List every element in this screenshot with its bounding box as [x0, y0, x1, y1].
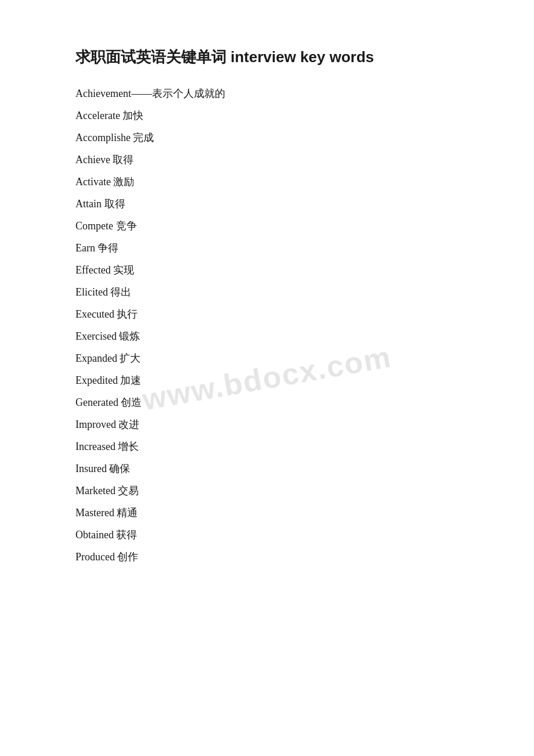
english-word: Exercised	[75, 330, 119, 342]
list-item: Insured 确保	[75, 463, 476, 474]
list-item: Accelerate 加快	[75, 110, 476, 121]
list-item: Activate 激励	[75, 177, 476, 187]
chinese-translation: 锻炼	[119, 330, 140, 342]
list-item: Produced 创作	[75, 552, 476, 562]
english-word: Achieve	[75, 154, 113, 165]
english-word: Produced	[75, 551, 117, 563]
english-word: Executed	[75, 308, 117, 320]
english-word: Obtained	[75, 529, 116, 541]
english-word: Marketed	[75, 485, 118, 496]
list-item: Expanded 扩大	[75, 353, 476, 363]
list-item: Increased 增长	[75, 441, 476, 452]
chinese-translation: 扩大	[120, 352, 140, 364]
list-item: Generated 创造	[75, 397, 476, 408]
list-item: Expedited 加速	[75, 375, 476, 386]
english-word: Elicited	[75, 286, 110, 298]
chinese-translation: 取得	[104, 198, 125, 210]
english-word: Expedited	[75, 375, 120, 386]
english-word: Effected	[75, 264, 113, 276]
chinese-translation: 创作	[117, 551, 138, 563]
list-item: Mastered 精通	[75, 507, 476, 518]
chinese-translation: 创造	[121, 397, 142, 408]
list-item: Accomplishe 完成	[75, 132, 476, 143]
chinese-translation: 竞争	[116, 220, 137, 232]
english-word: Generated	[75, 397, 121, 408]
chinese-translation: 加快	[122, 110, 143, 121]
english-word: Accomplishe	[75, 132, 133, 143]
chinese-translation: 激励	[113, 176, 134, 188]
chinese-translation: 实现	[113, 264, 134, 276]
chinese-translation: 改进	[118, 419, 139, 430]
list-item: Achievement——表示个人成就的	[75, 88, 476, 99]
list-item: Attain 取得	[75, 199, 476, 209]
list-item: Earn 争得	[75, 243, 476, 253]
chinese-translation: 增长	[118, 441, 139, 452]
english-word: Earn	[75, 242, 98, 254]
list-item: Marketed 交易	[75, 485, 476, 496]
english-word: Increased	[75, 441, 118, 452]
english-word: Compete	[75, 220, 116, 232]
chinese-translation: 完成	[133, 132, 154, 143]
chinese-translation: 精通	[117, 507, 138, 519]
list-item: Compete 竞争	[75, 221, 476, 231]
list-item: Obtained 获得	[75, 530, 476, 540]
chinese-translation: 得出	[110, 286, 131, 298]
english-word: Insured	[75, 463, 109, 474]
word-list: Achievement——表示个人成就的Accelerate 加快Accompl…	[75, 88, 476, 562]
english-word: Activate	[75, 176, 113, 188]
chinese-translation: 表示个人成就的	[152, 88, 225, 99]
chinese-translation: 取得	[113, 154, 134, 165]
list-item: Effected 实现	[75, 265, 476, 275]
chinese-translation: 争得	[98, 242, 118, 254]
english-word: Improved	[75, 419, 118, 430]
english-word: Mastered	[75, 507, 117, 519]
english-word: Attain	[75, 198, 104, 210]
chinese-translation: 获得	[116, 529, 137, 541]
list-item: Executed 执行	[75, 309, 476, 319]
chinese-translation: 确保	[109, 463, 130, 474]
list-item: Achieve 取得	[75, 154, 476, 165]
page-title: 求职面试英语关键单词 interview key words	[75, 46, 476, 67]
english-word: Expanded	[75, 352, 120, 364]
list-item: Improved 改进	[75, 419, 476, 430]
english-word: Achievement——	[75, 88, 152, 99]
list-item: Elicited 得出	[75, 287, 476, 297]
english-word: Accelerate	[75, 110, 122, 121]
chinese-translation: 加速	[120, 375, 141, 386]
list-item: Exercised 锻炼	[75, 331, 476, 341]
chinese-translation: 交易	[118, 485, 139, 496]
chinese-translation: 执行	[117, 308, 138, 320]
